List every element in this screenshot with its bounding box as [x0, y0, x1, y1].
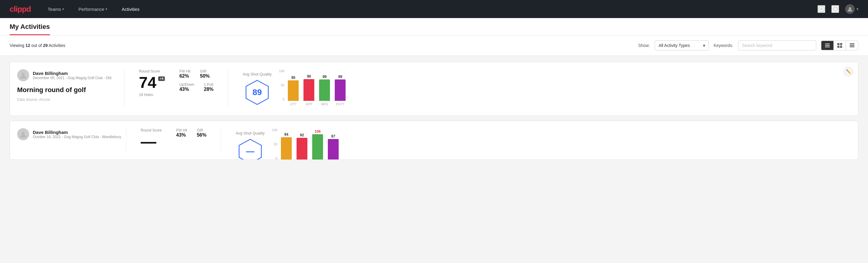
- view-toggle: [821, 40, 858, 50]
- user-date: October 16, 2021 - Gog Magog Golf Club -…: [33, 135, 121, 139]
- card-left-section: Dave Billingham December 05, 2021 - Gog …: [17, 69, 119, 102]
- logo[interactable]: clippd: [10, 4, 31, 14]
- refresh-button[interactable]: [831, 5, 839, 13]
- shot-quality-label: Avg Shot Quality: [243, 72, 272, 77]
- bar-app: 92: [297, 133, 307, 160]
- gir-stat: GIR 50%: [200, 69, 210, 79]
- fw-hit-stat: FW Hit 43%: [176, 128, 187, 138]
- card-stats: Round Score 74 +4 18 Holes FW Hit 62% GI…: [129, 69, 223, 97]
- activity-type-select[interactable]: All Activity Types: [655, 40, 709, 51]
- viewing-count-text: Viewing 12 out of 29 Activities: [10, 43, 633, 48]
- score-big: 74 +4: [139, 75, 165, 90]
- page-header: My Activities: [0, 18, 868, 35]
- svg-point-14: [22, 73, 25, 76]
- nav-icons: ▾: [817, 4, 858, 14]
- show-label: Show:: [638, 43, 650, 48]
- activity-title: Morning round of golf: [17, 86, 119, 94]
- round-score-group: Round Score 74 +4 18 Holes: [139, 69, 165, 97]
- mini-stats: FW Hit 43% GIR 56%: [176, 128, 207, 149]
- svg-point-16: [22, 132, 25, 135]
- user-date: December 05, 2021 - Gog Magog Golf Club …: [33, 76, 111, 80]
- bar-arg: 106: [312, 129, 323, 160]
- round-score-group: Round Score —: [141, 128, 162, 149]
- gir-stat: GIR 56%: [197, 128, 206, 138]
- one-putt-stat: 1 Putt 28%: [204, 83, 214, 92]
- activity-type-select-wrapper: All Activity Types: [655, 40, 709, 51]
- user-menu[interactable]: ▾: [845, 4, 858, 14]
- card-stats: Round Score — FW Hit 43% GIR 56%: [131, 128, 216, 149]
- divider-2: [221, 128, 221, 152]
- activity-card: Dave Billingham October 16, 2021 - Gog M…: [10, 121, 858, 160]
- edit-button[interactable]: ✏️: [844, 67, 853, 77]
- list-full-view-button[interactable]: [846, 41, 858, 50]
- navbar: clippd Teams ▾ Performance ▾ Activities: [0, 0, 868, 18]
- list-compact-view-button[interactable]: [822, 41, 834, 50]
- svg-rect-4: [825, 43, 830, 44]
- page-title: My Activities: [10, 23, 50, 35]
- bar-chart-container: 100 50 0 85 90 89: [279, 69, 346, 108]
- hexagon-chart: 89: [244, 79, 271, 106]
- mini-stats: FW Hit 62% GIR 50% Up/Down 43% 1 Putt: [179, 69, 213, 97]
- user-chevron-icon: ▾: [857, 7, 858, 11]
- bar-putt: 89: [335, 75, 346, 101]
- performance-chevron-icon: ▾: [105, 7, 107, 11]
- divider: [126, 128, 126, 152]
- svg-rect-5: [825, 45, 830, 46]
- add-button[interactable]: [817, 5, 825, 13]
- filter-bar: Viewing 12 out of 29 Activities Show: Al…: [0, 35, 868, 56]
- shot-quality-label: Avg Shot Quality: [236, 131, 265, 136]
- keywords-label: Keywords:: [714, 43, 733, 48]
- svg-rect-6: [825, 47, 830, 47]
- shot-quality-score: —: [246, 147, 254, 156]
- user-row: Dave Billingham October 16, 2021 - Gog M…: [17, 128, 121, 140]
- fw-hit-stat: FW Hit 62%: [179, 69, 190, 79]
- hexagon-chart: —: [237, 138, 264, 160]
- bar-putt: 87: [328, 134, 339, 160]
- round-score-label: Round Score: [141, 128, 162, 133]
- shot-quality-section: Avg Shot Quality — 100 50 0: [226, 128, 851, 160]
- svg-rect-11: [850, 43, 855, 44]
- teams-chevron-icon: ▾: [62, 7, 64, 11]
- score-badge: +4: [158, 77, 165, 81]
- nav-activities[interactable]: Activities: [119, 5, 142, 13]
- nav-performance[interactable]: Performance ▾: [76, 5, 110, 13]
- bar-ott: 85: [288, 76, 299, 101]
- nav-teams[interactable]: Teams ▾: [45, 5, 66, 13]
- score-big: —: [141, 134, 162, 149]
- grid-view-button[interactable]: [834, 41, 846, 50]
- shot-quality-section: Avg Shot Quality 89 100 50 0: [233, 69, 851, 108]
- svg-rect-7: [837, 43, 839, 45]
- search-input[interactable]: [738, 40, 816, 51]
- activity-card: ✏️ Dave Billingham December 05, 2021 - G…: [10, 62, 858, 116]
- svg-rect-8: [840, 43, 842, 45]
- score-holes: 18 Holes: [139, 93, 165, 97]
- avatar: [17, 69, 29, 81]
- bar-app: 90: [304, 74, 314, 101]
- avatar: [845, 4, 855, 14]
- bar-arg: 89: [319, 75, 330, 101]
- data-source: Data Source: Arccos: [17, 97, 119, 102]
- card-left-section: Dave Billingham October 16, 2021 - Gog M…: [17, 128, 121, 141]
- user-row: Dave Billingham December 05, 2021 - Gog …: [17, 69, 119, 81]
- svg-point-3: [849, 7, 851, 10]
- shot-quality-score: 89: [253, 88, 262, 97]
- updown-stat: Up/Down 43%: [179, 83, 194, 92]
- user-name: Dave Billingham: [33, 71, 111, 76]
- bar-ott: 94: [281, 133, 292, 160]
- svg-rect-10: [840, 46, 842, 48]
- avatar: [17, 128, 29, 140]
- divider: [124, 69, 125, 108]
- svg-rect-13: [850, 46, 855, 47]
- svg-rect-12: [850, 45, 855, 46]
- activities-list: ✏️ Dave Billingham December 05, 2021 - G…: [0, 56, 868, 166]
- user-name: Dave Billingham: [33, 130, 121, 135]
- round-score-label: Round Score: [139, 69, 165, 74]
- svg-rect-9: [837, 46, 839, 48]
